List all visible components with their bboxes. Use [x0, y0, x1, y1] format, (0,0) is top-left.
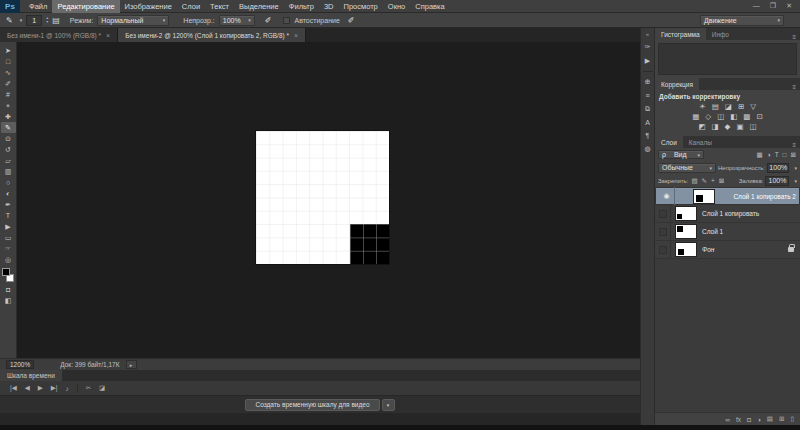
layer-row-background[interactable]: Фон [655, 241, 800, 259]
layer-row[interactable]: Слой 1 [655, 223, 800, 241]
eraser-tool[interactable]: ▱ [1, 155, 16, 166]
menu-window[interactable]: Окно [383, 0, 410, 13]
layer-row[interactable]: Слой 1 копировать [655, 205, 800, 223]
previous-frame-button[interactable]: ◀ [25, 384, 30, 392]
adjustment-layer-icon[interactable]: ◑ [757, 416, 761, 423]
layer-group-icon[interactable]: ▤ [767, 415, 773, 423]
eyedropper-tool[interactable]: ⌖ [1, 100, 16, 111]
menu-image[interactable]: Изображение [120, 0, 177, 13]
menu-select[interactable]: Выделение [234, 0, 284, 13]
airbrush-icon[interactable]: ✐ [265, 16, 272, 25]
exposure-icon[interactable]: ⊞ [738, 102, 744, 112]
document-tab-1[interactable]: Без имени-1 @ 100% (RGB/8) * × [0, 28, 118, 42]
layer-name[interactable]: Слой 1 [702, 228, 723, 235]
layer-thumbnail[interactable] [675, 224, 697, 239]
menu-3d[interactable]: 3D [319, 0, 339, 13]
paragraph-panel-icon[interactable]: ¶ [646, 132, 650, 139]
selective-color-icon[interactable]: ◫ [749, 122, 756, 132]
quick-mask-button[interactable]: ◘ [1, 284, 16, 295]
audio-toggle-button[interactable]: ♪ [65, 385, 68, 392]
zoom-level-field[interactable]: 1200% [6, 360, 34, 369]
filter-pixel-layers-icon[interactable]: ▦ [756, 151, 764, 159]
layer-mask-icon[interactable]: ◘ [747, 416, 751, 423]
timeline-type-dropdown[interactable]: ▾ [382, 399, 395, 411]
menu-edit[interactable]: Редактирование [52, 0, 119, 13]
layer-thumbnail[interactable] [693, 189, 715, 204]
stepper-down-icon[interactable]: ▾ [46, 20, 48, 24]
document-tab-2[interactable]: Без имени-2 @ 1200% (Слой 1 копировать 2… [118, 28, 306, 42]
layer-thumbnail[interactable] [675, 206, 697, 221]
shape-tool[interactable]: ▭ [1, 232, 16, 243]
document-canvas[interactable] [256, 131, 389, 264]
brightness-contrast-icon[interactable]: ☀ [699, 102, 706, 112]
next-frame-button[interactable]: ▶| [51, 384, 58, 392]
menu-view[interactable]: Просмотр [339, 0, 383, 13]
marquee-tool[interactable]: □ [1, 56, 16, 67]
dodge-tool[interactable]: ◐ [1, 188, 16, 199]
menu-file[interactable]: Файл [24, 0, 52, 13]
visibility-toggle[interactable] [655, 223, 671, 241]
hue-saturation-icon[interactable]: ▦ [692, 112, 699, 122]
history-brush-tool[interactable]: ↺ [1, 144, 16, 155]
tab-close-icon[interactable]: × [106, 32, 110, 39]
photo-filter-icon[interactable]: ◧ [730, 112, 737, 122]
status-popup-arrow-icon[interactable]: ▸ [126, 360, 137, 369]
minimize-button[interactable]: — [753, 2, 760, 10]
menu-layers[interactable]: Слои [177, 0, 205, 13]
curves-icon[interactable]: ◪ [725, 102, 732, 112]
chevron-down-icon[interactable]: ▾ [794, 178, 797, 184]
visibility-toggle[interactable]: ◉ [659, 187, 675, 205]
crop-tool[interactable]: # [1, 89, 16, 100]
gradient-map-icon[interactable]: ▣ [736, 122, 743, 132]
pencil-preset-icon[interactable]: ✎ [6, 16, 13, 25]
layer-thumbnail[interactable] [675, 242, 697, 257]
brush-size-field[interactable]: 1 [26, 15, 42, 26]
vibrance-icon[interactable]: ▽ [750, 102, 756, 112]
layer-comps-panel-icon[interactable]: ⧉ [645, 105, 650, 113]
filter-shape-layers-icon[interactable]: □ [782, 151, 788, 158]
foreground-color-swatch[interactable] [2, 268, 10, 276]
delete-layer-icon[interactable]: ▯ [790, 415, 794, 423]
filter-type-layers-icon[interactable]: T [774, 151, 780, 158]
chevron-down-icon[interactable]: ▾ [794, 165, 797, 171]
black-white-icon[interactable]: ◫ [717, 112, 724, 122]
lock-position-icon[interactable]: + [710, 177, 716, 184]
layer-fill-field[interactable]: 100% [765, 176, 789, 186]
menu-filter[interactable]: Фильтр [284, 0, 319, 13]
hand-tool[interactable]: ☞ [1, 243, 16, 254]
lasso-tool[interactable]: ∿ [1, 67, 16, 78]
tab-channels[interactable]: Каналы [683, 136, 718, 148]
posterize-icon[interactable]: ◨ [712, 122, 719, 132]
color-balance-icon[interactable]: ◇ [705, 112, 711, 122]
zoom-tool[interactable]: ◎ [1, 254, 16, 265]
pen-tool[interactable]: ✒ [1, 199, 16, 210]
tab-timeline[interactable]: Шкала времени [0, 370, 62, 381]
canvas-area[interactable] [17, 42, 640, 358]
transition-icon[interactable]: ◪ [99, 384, 105, 392]
clone-source-panel-icon[interactable]: ⊕ [645, 78, 651, 86]
layer-style-icon[interactable]: fx [736, 416, 741, 423]
layer-row-selected[interactable]: ◉ Слой 1 копировать 2 [655, 187, 800, 205]
layer-name[interactable]: Фон [702, 246, 714, 253]
move-tool[interactable]: ➤ [1, 45, 16, 56]
path-selection-tool[interactable]: ▶ [1, 221, 16, 232]
lock-transparent-pixels-icon[interactable]: ▨ [690, 177, 698, 185]
tab-info[interactable]: Инфо [706, 28, 735, 40]
lock-image-pixels-icon[interactable]: ✎ [701, 177, 708, 185]
layer-name[interactable]: Слой 1 копировать 2 [733, 193, 796, 200]
brush-presets-panel-icon[interactable]: ✑ [645, 43, 651, 51]
type-tool[interactable]: T [1, 210, 16, 221]
tab-layers[interactable]: Слои [655, 136, 683, 148]
first-frame-button[interactable]: |◀ [10, 384, 17, 392]
color-swatches[interactable] [0, 267, 17, 284]
invert-icon[interactable]: ◩ [698, 122, 705, 132]
brush-size-stepper[interactable]: ▴ ▾ [46, 16, 48, 24]
tab-close-icon[interactable]: × [294, 32, 298, 39]
play-button[interactable]: ▶ [38, 384, 43, 392]
channel-mixer-icon[interactable]: ▩ [743, 112, 750, 122]
gradient-tool[interactable]: ▥ [1, 166, 16, 177]
screen-mode-button[interactable]: ◧ [1, 295, 16, 306]
workspace-select[interactable]: Движение ▾ [700, 15, 784, 26]
link-layers-icon[interactable]: ∞ [725, 416, 730, 423]
layer-opacity-field[interactable]: 100% [767, 163, 789, 173]
